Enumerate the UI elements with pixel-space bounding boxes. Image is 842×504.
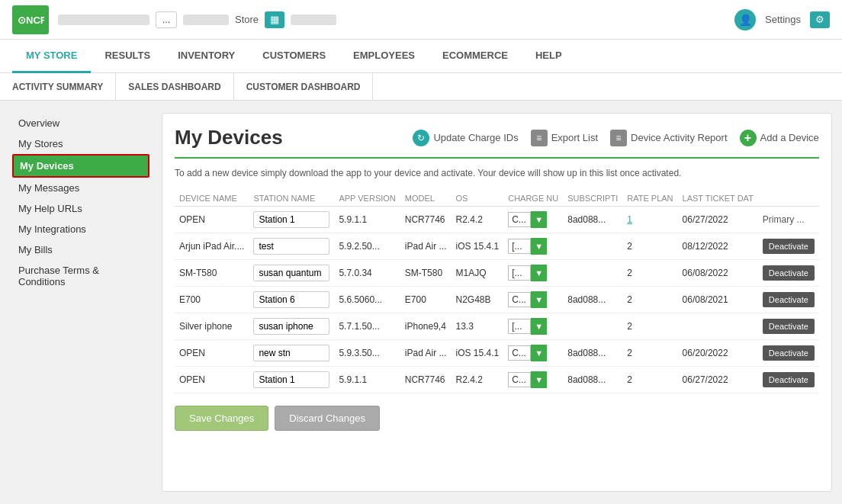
subnav-activity-summary[interactable]: ACTIVITY SUMMARY	[12, 73, 116, 101]
charge-dropdown-arrow[interactable]: ▼	[531, 291, 547, 308]
add-device-icon: +	[740, 130, 757, 146]
col-last-ticket: LAST TICKET DAT	[678, 191, 758, 207]
cell-rate-plan: 1	[622, 207, 677, 233]
sidebar-item-purchase-terms[interactable]: Purchase Terms & Conditions	[12, 260, 149, 292]
settings-gear-icon[interactable]: ⚙	[810, 11, 830, 28]
cell-station-name[interactable]	[249, 367, 334, 393]
col-action	[758, 191, 819, 207]
table-row: OPEN 5.9.1.1 NCR7746 R2.4.2 C... ▼ 8ad08…	[175, 367, 819, 393]
nav-customers[interactable]: CUSTOMERS	[249, 40, 339, 73]
sidebar-item-my-help-urls[interactable]: My Help URLs	[12, 198, 149, 219]
deactivate-button[interactable]: Deactivate	[763, 239, 815, 254]
cell-charge[interactable]: C... ▼	[503, 340, 563, 367]
discard-changes-button[interactable]: Discard Changes	[275, 406, 380, 431]
cell-action[interactable]: Deactivate	[758, 340, 819, 367]
svg-text:⊙NCR: ⊙NCR	[18, 14, 44, 26]
cell-station-name[interactable]	[249, 340, 334, 367]
cell-charge[interactable]: [... ▼	[503, 260, 563, 287]
sub-nav: ACTIVITY SUMMARY SALES DASHBOARD CUSTOME…	[0, 73, 842, 101]
cell-action[interactable]: Deactivate	[758, 260, 819, 287]
update-ids-button[interactable]: ↻ Update Charge IDs	[413, 130, 518, 146]
nav-employees[interactable]: EMPLOYEES	[339, 40, 429, 73]
cell-action[interactable]: Deactivate	[758, 367, 819, 393]
deactivate-button[interactable]: Deactivate	[763, 345, 815, 361]
cell-rate-plan: 2	[622, 260, 677, 287]
col-station-name: STATION NAME	[249, 191, 334, 207]
nav-inventory[interactable]: INVENTORY	[164, 40, 249, 73]
cell-last-ticket: 06/08/2021	[678, 287, 758, 313]
store-icon: ▦	[265, 11, 284, 28]
store-menu-button[interactable]: ...	[156, 11, 177, 28]
cell-os: N2G48B	[451, 287, 503, 313]
deactivate-button[interactable]: Deactivate	[763, 319, 815, 334]
sidebar-item-my-bills[interactable]: My Bills	[12, 239, 149, 260]
save-changes-button[interactable]: Save Changes	[175, 406, 268, 431]
update-ids-icon: ↻	[413, 130, 429, 146]
nav-help[interactable]: HELP	[522, 40, 576, 73]
cell-subscription	[563, 313, 622, 340]
cell-station-name[interactable]	[249, 207, 334, 233]
store-name-blur	[58, 14, 149, 25]
charge-dropdown-arrow[interactable]: ▼	[531, 265, 547, 281]
subnav-sales-dashboard[interactable]: SALES DASHBOARD	[116, 73, 233, 101]
table-body: OPEN 5.9.1.1 NCR7746 R2.4.2 C... ▼ 8ad08…	[175, 207, 819, 393]
cell-charge[interactable]: C... ▼	[503, 287, 563, 313]
col-model: MODEL	[400, 191, 452, 207]
charge-dropdown-arrow[interactable]: ▼	[531, 211, 547, 228]
cell-action[interactable]: Primary ...	[758, 207, 819, 233]
cell-subscription	[563, 233, 622, 260]
charge-dropdown-arrow[interactable]: ▼	[531, 238, 547, 255]
activity-report-button[interactable]: ≡ Device Activity Report	[610, 130, 727, 146]
table-row: OPEN 5.9.1.1 NCR7746 R2.4.2 C... ▼ 8ad08…	[175, 207, 819, 233]
page-layout: Overview My Stores My Devices My Message…	[0, 101, 842, 504]
cell-charge[interactable]: [... ▼	[503, 313, 563, 340]
deactivate-button[interactable]: Deactivate	[763, 265, 815, 281]
charge-value: [...	[508, 265, 531, 281]
cell-action[interactable]: Deactivate	[758, 233, 819, 260]
cell-charge[interactable]: C... ▼	[503, 367, 563, 393]
user-avatar-icon[interactable]: 👤	[734, 9, 756, 30]
cell-last-ticket: 06/27/2022	[678, 207, 758, 233]
store-sub-blur	[183, 14, 229, 25]
station-name-input[interactable]	[253, 345, 329, 361]
sidebar-item-my-devices[interactable]: My Devices	[12, 154, 149, 178]
cell-action[interactable]: Deactivate	[758, 287, 819, 313]
cell-station-name[interactable]	[249, 260, 334, 287]
cell-charge[interactable]: [... ▼	[503, 233, 563, 260]
cell-station-name[interactable]	[249, 287, 334, 313]
cell-app-version: 5.9.1.1	[334, 207, 400, 233]
nav-my-store[interactable]: MY STORE	[12, 40, 91, 73]
cell-charge[interactable]: C... ▼	[503, 207, 563, 233]
cell-station-name[interactable]	[249, 313, 334, 340]
cell-station-name[interactable]	[249, 233, 334, 260]
sidebar-item-my-integrations[interactable]: My Integrations	[12, 219, 149, 239]
charge-value: [...	[508, 319, 531, 334]
nav-ecommerce[interactable]: ECOMMERCE	[429, 40, 522, 73]
cell-subscription: 8ad088...	[563, 367, 622, 393]
rate-plan-link[interactable]: 1	[627, 214, 632, 225]
station-name-input[interactable]	[253, 371, 329, 388]
station-name-input[interactable]	[253, 291, 329, 308]
col-app-version: APP VERSION	[334, 191, 400, 207]
station-name-input[interactable]	[253, 238, 329, 255]
add-device-button[interactable]: + Add a Device	[740, 130, 819, 146]
subnav-customer-dashboard[interactable]: CUSTOMER DASHBOARD	[234, 73, 374, 101]
export-list-button[interactable]: ≡ Export List	[531, 130, 598, 146]
station-name-input[interactable]	[253, 211, 329, 228]
charge-dropdown-arrow[interactable]: ▼	[531, 345, 547, 361]
deactivate-button[interactable]: Deactivate	[763, 292, 815, 307]
sidebar-item-my-stores[interactable]: My Stores	[12, 133, 149, 154]
cell-device-name: SM-T580	[175, 260, 249, 287]
col-device-name: DEVICE NAME	[175, 191, 249, 207]
nav-results[interactable]: RESULTS	[91, 40, 164, 73]
charge-dropdown-arrow[interactable]: ▼	[531, 371, 547, 388]
station-name-input[interactable]	[253, 318, 329, 335]
cell-rate-plan: 2	[622, 313, 677, 340]
sidebar-item-overview[interactable]: Overview	[12, 113, 149, 133]
sidebar-item-my-messages[interactable]: My Messages	[12, 178, 149, 198]
charge-value: C...	[508, 372, 531, 387]
station-name-input[interactable]	[253, 265, 329, 281]
deactivate-button[interactable]: Deactivate	[763, 372, 815, 387]
cell-action[interactable]: Deactivate	[758, 313, 819, 340]
charge-dropdown-arrow[interactable]: ▼	[531, 318, 547, 335]
